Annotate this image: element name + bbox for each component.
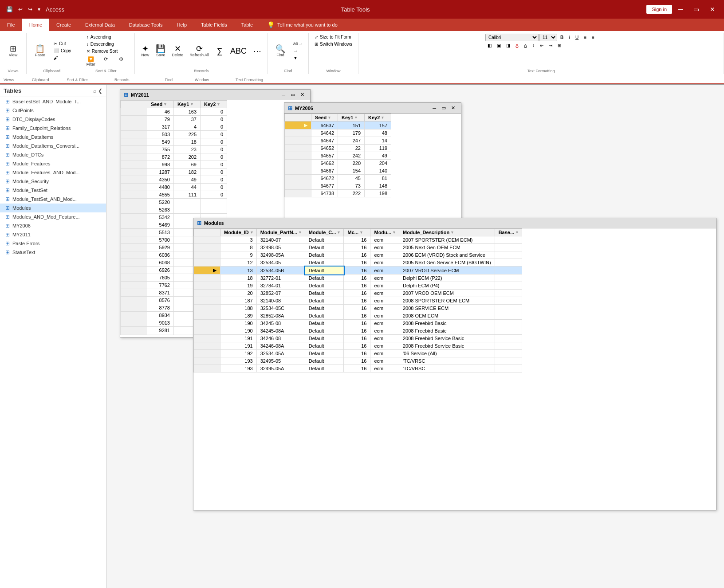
table-row[interactable]: 5263 [121,206,227,214]
find-button[interactable]: 🔍 Find [272,43,289,59]
table-row[interactable]: 19034245-08Default16ecm2008 Freebird Bas… [194,320,522,327]
table-row[interactable]: 18732140-08Default16ecm2008 SPORTSTER OE… [194,297,522,305]
customize-qa-btn[interactable]: ▾ [36,5,42,13]
col-header[interactable]: Base... ▾ [495,229,522,236]
table-row[interactable]: 6467773148 [285,182,391,190]
tab-file[interactable]: File [0,19,22,31]
align-left-button[interactable]: ◧ [485,42,494,49]
sidebar-item-10[interactable]: ⊞Module_TestSet [0,186,106,195]
select-button[interactable]: ▼ [291,55,305,61]
italic-button[interactable]: I [567,34,572,41]
paste-button[interactable]: 📋 Paste [30,43,50,59]
sidebar-item-5[interactable]: ⊞Module_DataItems_Conversi... [0,141,106,150]
tab-table[interactable]: Table [234,19,260,31]
close-btn[interactable]: ✕ [705,4,720,15]
table-row[interactable]: ▶1332534-05BDefault16ecm2007 VROD Servic… [194,267,522,274]
table-row[interactable]: ▶64637151157 [285,122,391,129]
col-header[interactable]: Key2 ▾ [365,114,391,122]
table-row[interactable]: 19034245-08ADefault16ecm2008 Freebird Ba… [194,327,522,335]
table-row[interactable]: 1932784-01Default16ecmDelphi ECM (P4) [194,282,522,290]
advanced-filter-button[interactable]: ⚙ [114,55,128,68]
col-header[interactable]: Key2 ▾ [201,101,227,108]
table-row[interactable]: 18832534-05CDefault16ecm2008 SERVICE ECM [194,305,522,312]
totals-button[interactable]: ∑ [213,46,226,56]
table-row[interactable]: 4350490 [121,176,227,184]
my2006-minimize-btn[interactable]: ─ [430,105,438,111]
table-row[interactable]: 932498-05ADefault16ecm2006 ECM (VROD) St… [194,251,522,259]
table-row[interactable]: 79370 [121,116,227,123]
sidebar-item-9[interactable]: ⊞Module_Security [0,177,106,186]
align-center-button[interactable]: ▣ [495,42,503,49]
replace-button[interactable]: ab→ [291,40,305,47]
my2011-minimize-btn[interactable]: ─ [279,91,287,98]
table-row[interactable]: 19134246-08Default16ecm2008 Freebird Ser… [194,335,522,342]
table-row[interactable]: 31740 [121,123,227,131]
sidebar-item-0[interactable]: ⊞BaseTestSet_AND_Module_T... [0,97,106,106]
list-button[interactable]: ≡ [582,34,589,41]
table-row[interactable]: 64667154140 [285,167,391,175]
table-row[interactable]: 8722020 [121,153,227,161]
tab-home[interactable]: Home [22,19,49,31]
table-row[interactable]: 45551110 [121,191,227,199]
sidebar-item-13[interactable]: ⊞Modules_AND_Mod_Feature... [0,212,106,221]
table-row[interactable]: 19232534-05ADefault16ecm'06 Service (All… [194,350,522,357]
font-color-button[interactable]: A̲ [513,42,521,49]
table-row[interactable]: 5220 [121,199,227,206]
table-row[interactable]: 19332495-05ADefault16ecm'TC/VRSC [194,365,522,372]
table-row[interactable]: 6465724249 [285,152,391,160]
sidebar-item-11[interactable]: ⊞Module_TestSet_AND_Mod... [0,195,106,204]
indent-inc-button[interactable]: ⇥ [547,42,555,49]
descending-button[interactable]: ↓Descending [84,41,116,47]
line-spacing-button[interactable]: ↕ [530,42,537,49]
sidebar-item-14[interactable]: ⊞MY2006 [0,221,106,230]
restore-btn[interactable]: ▭ [689,4,704,15]
tell-me-input[interactable]: Tell me what you want to do [277,22,338,27]
highlight-button[interactable]: A̲ [522,42,529,49]
tab-table-fields[interactable]: Table Fields [194,19,234,31]
sidebar-item-1[interactable]: ⊞CutPoints [0,106,106,115]
my2011-restore-btn[interactable]: ▭ [288,91,297,98]
tab-help[interactable]: Help [169,19,194,31]
table-row[interactable]: 6465222119 [285,145,391,152]
table-row[interactable]: 19332495-05Default16ecm'TC/VRSC [194,357,522,365]
sidebar-collapse-btn[interactable]: ❮ [98,88,102,94]
table-row[interactable]: 6464217948 [285,129,391,137]
sidebar-item-12[interactable]: ⊞Modules [0,204,106,212]
col-header[interactable]: Mc... ▾ [344,229,370,236]
ascending-button[interactable]: ↑Ascending [84,34,114,40]
more-records-button[interactable]: ⋯ [251,46,264,56]
my2006-close-btn[interactable]: ✕ [449,105,457,111]
table-row[interactable]: 4480440 [121,184,227,191]
table-row[interactable]: 646724581 [285,175,391,182]
save-quick-btn[interactable]: 💾 [4,5,15,13]
sign-in-button[interactable]: Sign in [646,5,672,14]
sidebar-item-3[interactable]: ⊞Family_Cutpoint_Relations [0,124,106,133]
tab-create[interactable]: Create [49,19,78,31]
sidebar-item-17[interactable]: ⊞StatusText [0,248,106,257]
tab-external-data[interactable]: External Data [78,19,122,31]
copy-button[interactable]: ⬜Copy [51,47,73,54]
table-row[interactable]: 64662220204 [285,160,391,167]
sidebar-item-2[interactable]: ⊞DTC_DisplayCodes [0,115,106,124]
sidebar-item-7[interactable]: ⊞Module_Features [0,159,106,168]
save-record-button[interactable]: 💾 Save [153,43,168,59]
table-row[interactable]: 18932852-08ADefault16ecm2008 OEM ECM [194,312,522,320]
sidebar-item-15[interactable]: ⊞MY2011 [0,230,106,239]
table-row[interactable]: 6464724714 [285,137,391,145]
table-row[interactable]: 755230 [121,146,227,153]
font-selector[interactable]: Calibri [485,34,539,41]
underline-button[interactable]: U [573,34,581,41]
table-row[interactable]: 64738222198 [285,190,391,197]
my2011-close-btn[interactable]: ✕ [298,91,307,98]
format-painter-button[interactable]: 🖌 [51,55,73,61]
align-right-button[interactable]: ◨ [504,42,512,49]
new-record-button[interactable]: ✦ New [138,43,152,59]
table-row[interactable]: 998690 [121,161,227,169]
table-row[interactable]: 332140-07Default16ecm2007 SPORTSTER (OEM… [194,236,522,244]
sidebar-item-6[interactable]: ⊞Module_DTCs [0,150,106,159]
sidebar-item-8[interactable]: ⊞Module_Features_AND_Mod... [0,168,106,177]
sidebar-item-16[interactable]: ⊞Paste Errors [0,239,106,248]
goto-button[interactable]: → [291,47,305,54]
list-button-2[interactable]: ≡ [590,34,597,41]
table-row[interactable]: 1832772-01Default16ecmDelphi ECM (P22) [194,274,522,282]
